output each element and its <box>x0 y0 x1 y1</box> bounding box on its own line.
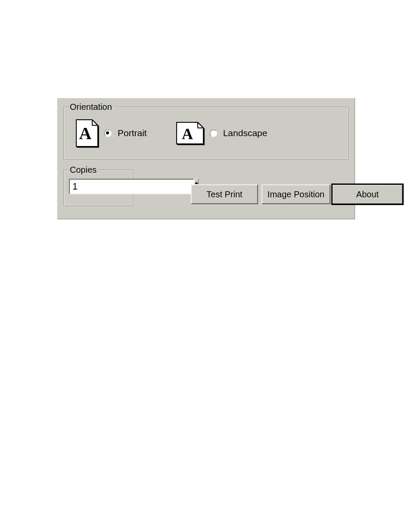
copies-group: Copies <box>63 170 133 206</box>
landscape-page-icon: A <box>176 122 204 144</box>
svg-text:A: A <box>79 124 92 143</box>
orientation-group: Orientation A Portrait <box>63 107 349 159</box>
orientation-legend: Orientation <box>68 102 114 112</box>
copies-spinner <box>69 179 121 194</box>
portrait-radio[interactable] <box>104 130 112 137</box>
test-print-button[interactable]: Test Print <box>191 184 258 204</box>
about-button[interactable]: About <box>332 184 403 204</box>
image-position-button[interactable]: Image Position <box>262 184 330 204</box>
orientation-options: A Portrait A Landscape <box>76 119 267 147</box>
orientation-option-landscape[interactable]: A Landscape <box>176 122 268 144</box>
copies-input[interactable] <box>69 179 194 194</box>
landscape-radio[interactable] <box>210 130 217 137</box>
portrait-page-icon: A <box>76 119 98 147</box>
print-options-panel: Orientation A Portrait <box>57 98 355 219</box>
svg-marker-4 <box>195 182 198 184</box>
orientation-option-portrait[interactable]: A Portrait <box>76 119 147 147</box>
copies-legend: Copies <box>68 165 98 175</box>
svg-text:A: A <box>182 125 193 143</box>
landscape-radio-label: Landscape <box>223 128 268 138</box>
portrait-radio-label: Portrait <box>118 128 147 138</box>
